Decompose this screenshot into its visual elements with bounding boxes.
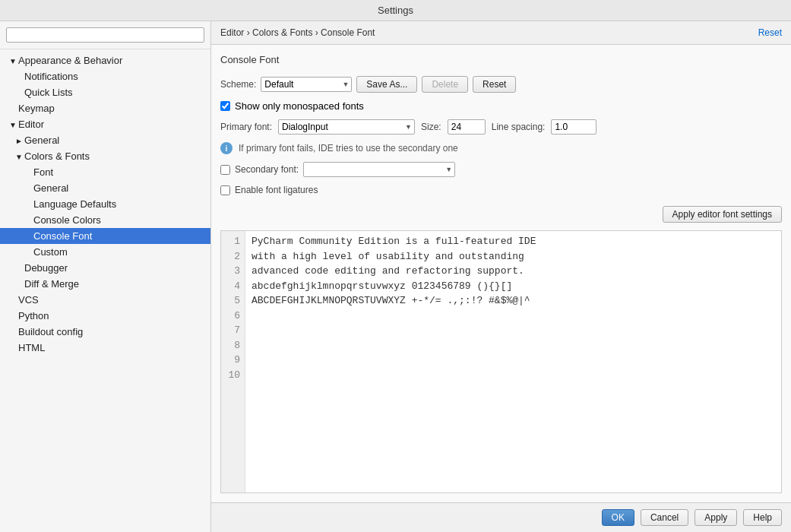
sidebar-item-notifications[interactable]: Notifications [0,68,210,84]
breadcrumb: Editor › Colors & Fonts › Console Font [220,27,375,38]
sidebar-item-quick-lists[interactable]: Quick Lists [0,84,210,100]
main-layout: ▼Appearance & BehaviorNotificationsQuick… [0,21,791,532]
code-line-1: PyCharm Community Edition is a full-feat… [252,234,775,249]
info-icon: i [220,142,233,154]
primary-font-row: Primary font: DialogInputConsolasCourier… [220,119,782,135]
content-panel: Editor › Colors & Fonts › Console Font R… [211,21,791,532]
monospaced-row: Show only monospaced fonts [220,100,782,112]
scheme-reset-button[interactable]: Reset [473,76,516,93]
sidebar-item-console-colors[interactable]: Console Colors [0,212,210,228]
sidebar-item-vcs[interactable]: VCS [0,292,210,308]
sidebar-item-colors-fonts[interactable]: ▼Colors & Fonts [0,148,210,164]
apply-button[interactable]: Apply [694,509,737,526]
scheme-row: Scheme: DefaultDarculaCustom Save As... … [220,76,782,93]
scheme-select-wrapper: DefaultDarculaCustom [261,77,352,92]
sidebar-item-debugger[interactable]: Debugger [0,260,210,276]
sidebar-item-console-font[interactable]: Console Font [0,228,210,244]
code-preview: PyCharm Community Edition is a full-feat… [245,231,781,492]
title-bar: Settings [0,0,791,21]
line-number-3: 3 [226,264,240,279]
line-number-10: 10 [226,368,240,383]
line-number-4: 4 [226,279,240,294]
line-number-2: 2 [226,249,240,264]
ligatures-checkbox[interactable] [220,185,230,195]
size-label: Size: [421,122,441,132]
search-input[interactable] [6,27,204,43]
line-number-7: 7 [226,323,240,338]
monospaced-checkbox[interactable] [220,101,230,111]
search-box-wrap [0,21,210,49]
content-header: Editor › Colors & Fonts › Console Font R… [211,21,791,45]
secondary-font-select-wrapper [303,162,455,177]
save-as-button[interactable]: Save As... [356,76,417,93]
content-body: Console Font Scheme: DefaultDarculaCusto… [211,45,791,502]
code-line-6: ABCDEFGHIJKLMNOPQRSTUVWXYZ +-*/= .,;:!? … [252,293,775,309]
preview-area: 12345678910 PyCharm Community Edition is… [220,230,782,493]
apply-editor-font-button[interactable]: Apply editor font settings [663,206,782,223]
sidebar-item-language-defaults[interactable]: Language Defaults [0,196,210,212]
secondary-font-checkbox[interactable] [220,165,230,175]
sidebar-item-general[interactable]: ►General [0,132,210,148]
ok-button[interactable]: OK [602,509,634,526]
secondary-font-label[interactable]: Secondary font: [235,164,299,175]
size-input[interactable]: 24 [448,119,486,135]
code-line-5: abcdefghijklmnopqrstuvwxyz 0123456789 ()… [252,279,775,294]
sidebar-item-editor[interactable]: ▼Editor [0,116,210,132]
code-line-2: with a high level of usability and outst… [252,249,775,264]
sidebar-item-appearance-behavior[interactable]: ▼Appearance & Behavior [0,52,210,68]
delete-button[interactable]: Delete [422,76,468,93]
info-text: If primary font fails, IDE tries to use … [239,143,458,154]
ligatures-label[interactable]: Enable font ligatures [235,185,318,195]
line-number-6: 6 [226,309,240,324]
line-spacing-input[interactable]: 1.0 [551,119,596,135]
line-numbers: 12345678910 [221,231,245,492]
sidebar-item-general2[interactable]: General [0,180,210,196]
scheme-label: Scheme: [220,79,256,90]
sidebar-item-diff-merge[interactable]: Diff & Merge [0,276,210,292]
sidebar: ▼Appearance & BehaviorNotificationsQuick… [0,21,211,532]
sidebar-item-buildout-config[interactable]: Buildout config [0,324,210,340]
primary-font-select-wrapper: DialogInputConsolasCourier NewMonospace [278,119,415,135]
secondary-font-select[interactable] [303,162,455,177]
primary-font-label: Primary font: [220,122,272,132]
help-button[interactable]: Help [743,509,782,526]
monospaced-label[interactable]: Show only monospaced fonts [235,100,364,112]
secondary-font-row: Secondary font: [220,162,782,177]
top-reset-button[interactable]: Reset [758,27,782,38]
sidebar-item-font[interactable]: Font [0,164,210,180]
section-title: Console Font [220,54,782,65]
apply-btn-row: Apply editor font settings [220,203,782,223]
primary-font-select[interactable]: DialogInputConsolasCourier NewMonospace [278,119,415,135]
line-spacing-label: Line spacing: [492,122,546,132]
sidebar-item-python[interactable]: Python [0,308,210,324]
line-number-8: 8 [226,338,240,353]
title-text: Settings [378,5,413,16]
info-row: i If primary font fails, IDE tries to us… [220,142,782,154]
line-number-5: 5 [226,293,240,309]
cancel-button[interactable]: Cancel [641,509,688,526]
sidebar-item-keymap[interactable]: Keymap [0,100,210,116]
settings-tree: ▼Appearance & BehaviorNotificationsQuick… [0,49,210,532]
code-line-3: advanced code editing and refactoring su… [252,264,775,279]
line-number-9: 9 [226,353,240,368]
sidebar-item-html[interactable]: HTML [0,340,210,356]
sidebar-item-custom[interactable]: Custom [0,244,210,260]
bottom-bar: OK Cancel Apply Help [211,502,791,532]
ligatures-row: Enable font ligatures [220,185,782,195]
line-number-1: 1 [226,234,240,249]
scheme-select[interactable]: DefaultDarculaCustom [261,77,352,92]
